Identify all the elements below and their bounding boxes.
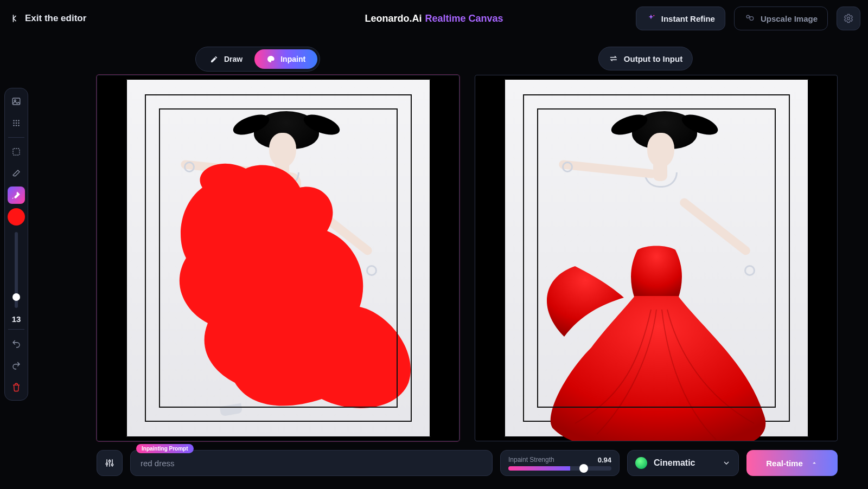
instant-refine-button[interactable]: Instant Refine xyxy=(636,7,725,30)
tool-select[interactable] xyxy=(8,143,25,160)
prompt-input[interactable] xyxy=(139,458,483,468)
style-select-label: Cinematic xyxy=(635,457,695,469)
prompt-field[interactable]: Inpainting Prompt xyxy=(130,450,493,476)
style-orb-icon xyxy=(635,457,647,469)
header-right: Instant Refine Upscale Image xyxy=(636,7,860,30)
tool-sidebar: 13 xyxy=(4,88,28,401)
inpaint-mask xyxy=(126,79,430,437)
pencil-icon xyxy=(210,55,219,63)
svg-point-4 xyxy=(269,59,270,60)
chevron-up-icon xyxy=(810,459,818,467)
undo-button[interactable] xyxy=(8,335,25,352)
rail-divider xyxy=(8,137,24,138)
redo-button[interactable] xyxy=(8,357,25,374)
palette-icon xyxy=(266,55,275,63)
swap-icon xyxy=(609,54,618,63)
eraser-icon xyxy=(11,169,21,178)
header-left: Exit the editor xyxy=(8,11,86,25)
output-image-frame xyxy=(505,79,808,437)
tool-inpaint-brush[interactable] xyxy=(8,186,25,204)
instant-refine-label: Instant Refine xyxy=(661,14,715,23)
mode-inpaint[interactable]: Inpaint xyxy=(254,49,317,69)
settings-sliders-button[interactable] xyxy=(97,450,123,476)
app-header: Exit the editor Leonardo.Ai Realtime Can… xyxy=(0,0,868,37)
canvas-row xyxy=(97,75,838,441)
trash-icon xyxy=(11,382,21,392)
mode-draw[interactable]: Draw xyxy=(198,49,254,69)
gear-icon xyxy=(843,13,854,24)
tool-image[interactable] xyxy=(8,93,25,110)
image-icon xyxy=(11,96,21,106)
brush-size-thumb[interactable] xyxy=(12,293,20,301)
svg-point-20 xyxy=(108,460,110,462)
style-selected: Cinematic xyxy=(654,458,695,468)
inpaint-strength-control[interactable]: Inpaint Strength 0.94 xyxy=(500,450,620,476)
arrow-left-icon xyxy=(8,11,22,25)
settings-button[interactable] xyxy=(837,7,860,30)
color-swatch[interactable] xyxy=(8,208,25,226)
upscale-icon xyxy=(744,13,755,24)
inpaint-strength-label: Inpaint Strength xyxy=(508,456,554,464)
sparkle-icon xyxy=(646,14,656,23)
output-to-input-button[interactable]: Output to Input xyxy=(598,47,693,70)
style-select[interactable]: Cinematic xyxy=(627,450,739,476)
svg-point-16 xyxy=(16,125,17,126)
exit-editor-button[interactable]: Exit the editor xyxy=(8,11,86,25)
app-title: Leonardo.Ai Realtime Canvas xyxy=(365,13,503,24)
input-figure xyxy=(126,79,430,437)
svg-point-15 xyxy=(13,125,14,126)
svg-point-21 xyxy=(111,464,113,466)
inpaint-strength-thumb[interactable] xyxy=(579,464,588,473)
select-icon xyxy=(11,147,21,157)
rail-divider-2 xyxy=(8,329,24,330)
input-canvas[interactable] xyxy=(97,75,459,441)
svg-point-12 xyxy=(13,123,14,124)
mode-draw-label: Draw xyxy=(224,55,242,63)
svg-point-11 xyxy=(18,120,19,121)
inpaint-strength-value: 0.94 xyxy=(598,456,611,464)
exit-editor-label: Exit the editor xyxy=(25,13,86,24)
brand-name: Leonardo.Ai xyxy=(365,13,422,24)
prompt-badge: Inpainting Prompt xyxy=(136,444,194,453)
grid-dots-icon xyxy=(11,118,21,128)
upscale-image-button[interactable]: Upscale Image xyxy=(734,7,828,30)
undo-icon xyxy=(11,339,21,349)
svg-point-0 xyxy=(653,15,654,16)
inpaint-strength-slider[interactable] xyxy=(508,466,611,471)
svg-point-17 xyxy=(18,125,19,126)
svg-point-10 xyxy=(16,120,17,121)
svg-point-3 xyxy=(847,17,850,20)
brush-size-value: 13 xyxy=(12,314,21,324)
realtime-button[interactable]: Real-time xyxy=(746,450,838,476)
tool-elements[interactable] xyxy=(8,114,25,132)
sliders-icon xyxy=(104,458,115,468)
svg-point-1 xyxy=(746,15,749,18)
svg-point-19 xyxy=(106,463,107,465)
svg-point-2 xyxy=(750,17,754,21)
tool-eraser[interactable] xyxy=(8,165,25,182)
svg-point-9 xyxy=(13,120,14,121)
brand-suffix: Realtime Canvas xyxy=(425,13,503,24)
svg-point-5 xyxy=(270,57,271,58)
redo-icon xyxy=(11,361,21,370)
output-to-input-label: Output to Input xyxy=(624,54,682,63)
svg-point-13 xyxy=(16,123,17,124)
mode-inpaint-label: Inpaint xyxy=(280,55,305,63)
output-figure xyxy=(505,79,808,437)
realtime-label: Real-time xyxy=(766,459,803,468)
bottom-bar: Inpainting Prompt Inpaint Strength 0.94 … xyxy=(97,450,838,476)
output-canvas[interactable] xyxy=(475,75,838,441)
delete-button[interactable] xyxy=(8,378,25,396)
svg-point-6 xyxy=(271,57,272,58)
svg-point-14 xyxy=(18,123,19,124)
input-image-frame xyxy=(126,79,430,437)
inpaint-strength-header: Inpaint Strength 0.94 xyxy=(508,456,611,464)
brush-size-slider[interactable] xyxy=(15,232,18,308)
chevron-down-icon xyxy=(722,459,731,467)
svg-rect-18 xyxy=(13,149,20,155)
brush-icon xyxy=(11,190,21,200)
mode-toggle: Draw Inpaint xyxy=(195,47,320,72)
red-dress xyxy=(542,244,770,441)
output-to-input-wrap: Output to Input xyxy=(598,47,693,70)
upscale-image-label: Upscale Image xyxy=(761,14,818,23)
